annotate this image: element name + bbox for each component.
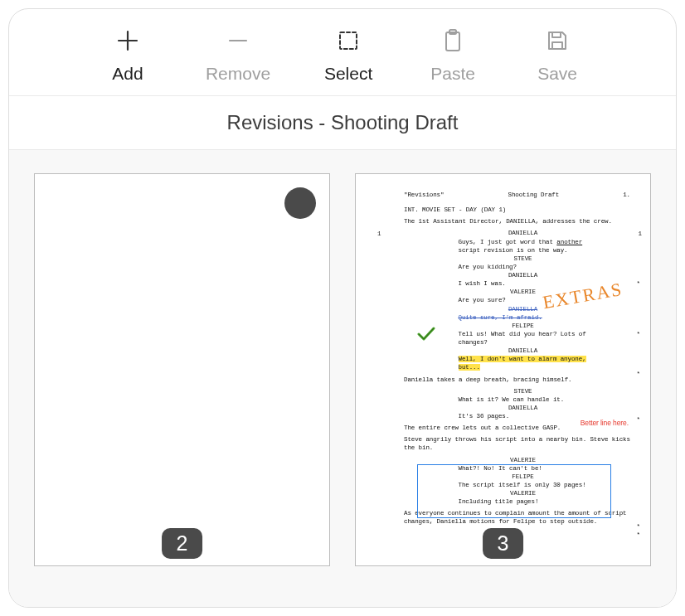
page-thumbnail-2[interactable]: 2 xyxy=(34,173,330,566)
minus-icon xyxy=(223,26,253,56)
scene-heading: INT. MOVIE SET - DAY (DAY 1) xyxy=(404,206,642,214)
remove-button[interactable]: Remove xyxy=(206,26,270,84)
svg-rect-6 xyxy=(552,32,561,37)
svg-rect-7 xyxy=(552,42,562,49)
svg-rect-4 xyxy=(446,32,459,51)
page-thumbnail-3[interactable]: "Revisions" Shooting Draft 1. 1 INT. MOV… xyxy=(355,173,651,566)
page-hole-punch xyxy=(284,187,316,219)
script-content: "Revisions" Shooting Draft 1. 1 INT. MOV… xyxy=(371,191,642,516)
script-title: "Revisions" xyxy=(404,191,444,199)
select-icon xyxy=(333,26,363,56)
script-header: "Revisions" Shooting Draft 1. xyxy=(404,191,630,199)
add-button[interactable]: Add xyxy=(101,26,154,84)
select-button[interactable]: Select xyxy=(322,26,375,84)
dialogue: What is it? We can handle it. xyxy=(459,395,588,404)
paste-label: Paste xyxy=(430,64,475,84)
page-number-badge: 3 xyxy=(483,528,524,559)
dialogue-strike: Quite sure, I'm afraid. xyxy=(459,313,588,322)
floppy-icon xyxy=(542,26,572,56)
svg-rect-3 xyxy=(340,32,357,49)
dialogue: Are you kidding? xyxy=(459,263,588,271)
red-annotation: Better line here. xyxy=(581,419,629,428)
script-page-num: 1. xyxy=(623,191,630,199)
blue-box-annotation xyxy=(417,464,611,518)
character-cue: FELIPE xyxy=(465,322,581,330)
script-draft: Shooting Draft xyxy=(508,191,559,199)
toolbar: Add Remove Select Paste Save xyxy=(9,9,676,96)
revision-star: * xyxy=(637,279,640,288)
pages-area: 2 "Revisions" Shooting Draft 1. 1 INT. M… xyxy=(9,150,676,607)
character-cue: STEVE xyxy=(465,255,581,263)
dialogue: Tell us! What did you hear? Lots of chan… xyxy=(459,330,588,347)
action-line: The 1st Assistant Director, DANIELLA, ad… xyxy=(404,217,630,226)
clipboard-icon xyxy=(438,26,468,56)
scene-number-left: 1 xyxy=(377,230,381,238)
revision-star: * xyxy=(637,522,640,531)
save-label: Save xyxy=(537,64,577,84)
character-cue: DANIELLA xyxy=(465,347,581,355)
dialogue-highlight: Well, I don't want to alarm anyone, but.… xyxy=(459,355,588,371)
save-button[interactable]: Save xyxy=(531,26,584,84)
revision-star: * xyxy=(637,531,640,539)
character-cue: DANIELLA xyxy=(465,229,581,237)
page-title: Revisions - Shooting Draft xyxy=(9,96,676,150)
paste-button[interactable]: Paste xyxy=(426,26,479,84)
action-line: Daniella takes a deep breath, bracing hi… xyxy=(404,376,630,384)
scene-number-right: 1 xyxy=(639,230,642,238)
action-line: Steve angrily throws his script into a n… xyxy=(404,435,630,452)
character-cue: DANIELLA xyxy=(465,271,581,279)
plus-icon xyxy=(113,26,143,56)
select-label: Select xyxy=(324,64,372,84)
character-cue: STEVE xyxy=(465,387,581,395)
dialogue: Guys, I just got word that anotherscript… xyxy=(459,238,588,255)
remove-label: Remove xyxy=(206,64,270,84)
character-cue: VALERIE xyxy=(465,456,581,464)
dialogue: It's 36 pages. xyxy=(459,412,588,420)
revision-star: * xyxy=(637,370,640,378)
checkmark-annotation xyxy=(417,327,434,340)
page-number-badge: 2 xyxy=(162,528,203,559)
character-cue: DANIELLA xyxy=(465,404,581,412)
window: Add Remove Select Paste Save Revi xyxy=(8,8,677,608)
revision-star: * xyxy=(637,330,640,338)
revision-star: * xyxy=(637,415,640,424)
add-label: Add xyxy=(112,64,143,84)
